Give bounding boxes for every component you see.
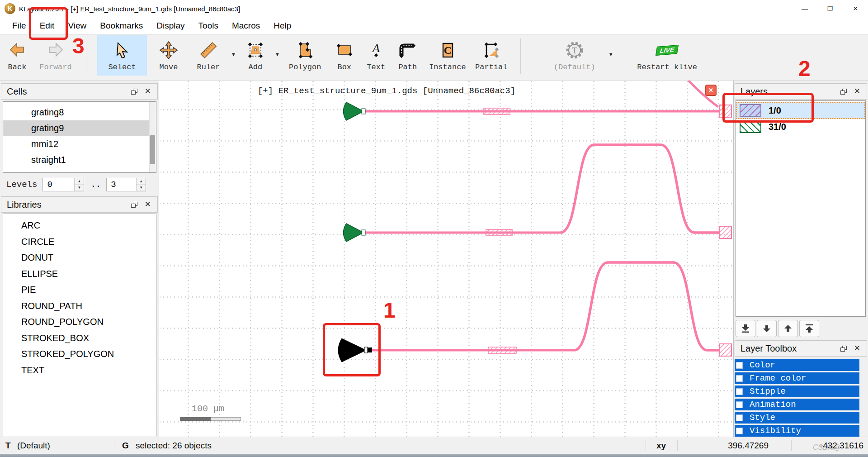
cells-scrollbar-thumb[interactable] xyxy=(150,135,155,164)
text-tool-button[interactable]: A Text xyxy=(363,35,389,76)
spinner-arrows-icon[interactable]: ▲▼ xyxy=(74,178,84,191)
section-expander-icon[interactable] xyxy=(736,428,743,434)
forward-button[interactable]: Forward xyxy=(36,35,75,76)
text-icon: A xyxy=(366,39,386,61)
technology-selector-button[interactable]: T (Default) xyxy=(545,35,604,76)
polygon-tool-button[interactable]: Polygon xyxy=(284,35,326,76)
add-dropdown-arrow-icon[interactable]: ▼ xyxy=(275,52,280,57)
close-panel-icon[interactable]: ✕ xyxy=(145,201,151,208)
restart-klive-button[interactable]: LIVE Restart klive xyxy=(633,35,701,76)
float-panel-icon[interactable] xyxy=(840,346,847,352)
scale-bar xyxy=(180,417,241,421)
grating-coupler-green-top[interactable] xyxy=(344,102,364,120)
ruler-icon xyxy=(198,39,218,61)
library-item-stroked-box[interactable]: STROKED_BOX xyxy=(3,330,156,347)
right-dock: Layers ✕ 1/0 31/0 xyxy=(733,81,868,437)
library-item-arc[interactable]: ARC xyxy=(3,218,156,234)
toolbox-section-color[interactable]: Color xyxy=(735,359,859,371)
menu-view[interactable]: View xyxy=(61,17,93,34)
float-panel-icon[interactable] xyxy=(131,202,137,208)
section-expander-icon[interactable] xyxy=(736,388,743,395)
statusbar-separator xyxy=(677,440,678,451)
layout-canvas[interactable]: [+] ER_test_structure_9um_1.gds [Unnamed… xyxy=(159,81,733,437)
layers-list: 1/0 31/0 xyxy=(736,100,866,317)
close-panel-icon[interactable]: ✕ xyxy=(854,345,860,352)
menu-bookmarks[interactable]: Bookmarks xyxy=(93,17,150,34)
layer-row-1-0[interactable]: 1/0 xyxy=(736,102,865,119)
section-expander-icon[interactable] xyxy=(736,362,743,369)
main-area: Cells ✕ grating8 grating9 mmi12 straight… xyxy=(0,81,868,437)
layer-name-31-0: 31/0 xyxy=(769,122,786,132)
library-item-round-polygon[interactable]: ROUND_POLYGON xyxy=(3,314,156,330)
menu-file[interactable]: File xyxy=(5,17,33,34)
ruler-dropdown-arrow-icon[interactable]: ▼ xyxy=(231,52,236,57)
toolbox-section-style[interactable]: Style xyxy=(735,412,859,424)
close-button[interactable]: ✕ xyxy=(843,0,868,17)
library-item-stroked-polygon[interactable]: STROKED_POLYGON xyxy=(3,346,156,362)
menu-macros[interactable]: Macros xyxy=(225,17,267,34)
canvas-close-button[interactable]: ✕ xyxy=(705,85,717,96)
move-layer-down-button[interactable] xyxy=(757,320,777,337)
cell-item-straight1[interactable]: straight1 xyxy=(3,152,156,168)
waveguide-bottom[interactable] xyxy=(338,262,731,362)
section-expander-icon[interactable] xyxy=(736,414,743,421)
close-panel-icon[interactable]: ✕ xyxy=(145,88,151,95)
close-panel-icon[interactable]: ✕ xyxy=(854,88,860,95)
section-expander-icon[interactable] xyxy=(736,375,743,382)
cell-item-grating8[interactable]: grating8 xyxy=(3,105,156,120)
library-item-circle[interactable]: CIRCLE xyxy=(3,234,156,250)
menu-tools[interactable]: Tools xyxy=(192,17,225,34)
polygon-icon xyxy=(295,39,315,61)
move-layer-up-button[interactable] xyxy=(778,320,798,337)
move-layer-to-top-button[interactable] xyxy=(799,320,819,337)
menu-display[interactable]: Display xyxy=(150,17,191,34)
toolbox-section-stipple[interactable]: Stipple xyxy=(735,386,859,397)
library-item-round-path[interactable]: ROUND_PATH xyxy=(3,298,156,314)
menu-help[interactable]: Help xyxy=(267,17,298,34)
partial-tool-button[interactable]: Partial xyxy=(473,35,509,76)
library-item-ellipse[interactable]: ELLIPSE xyxy=(3,266,156,282)
add-tool-button[interactable]: Add xyxy=(241,35,270,76)
toolbar-separator xyxy=(86,38,86,74)
layer-row-31-0[interactable]: 31/0 xyxy=(736,118,865,135)
s-bend-bottom xyxy=(574,262,720,350)
spinner-arrows-icon[interactable]: ▲▼ xyxy=(136,178,146,191)
cells-scrollbar[interactable] xyxy=(149,102,156,172)
instance-tool-button[interactable]: C Instance xyxy=(426,35,469,76)
instance-icon: C xyxy=(438,39,458,61)
waveguide-middle[interactable] xyxy=(344,145,732,242)
technology-indicator-value: (Default) xyxy=(17,437,50,454)
menu-edit[interactable]: Edit xyxy=(33,17,61,34)
back-button[interactable]: Back xyxy=(3,35,32,76)
toolbox-section-animation[interactable]: Animation xyxy=(735,399,859,410)
ruler-tool-button[interactable]: Ruler xyxy=(190,35,226,76)
library-item-text[interactable]: TEXT xyxy=(3,362,156,379)
toolbar: Back Forward Select Move Ruler xyxy=(0,34,868,81)
levels-from-spinbox[interactable]: 0 ▲▼ xyxy=(42,178,84,191)
path-tool-button[interactable]: Path xyxy=(394,35,422,76)
library-item-pie[interactable]: PIE xyxy=(3,282,156,298)
move-tool-button[interactable]: Move xyxy=(151,35,186,76)
default-dropdown-arrow-icon[interactable]: ▼ xyxy=(609,52,613,57)
layer-swatch-31-0[interactable] xyxy=(740,120,761,133)
levels-to-spinbox[interactable]: 3 ▲▼ xyxy=(106,178,146,191)
cell-item-mmi12[interactable]: mmi12 xyxy=(3,136,156,152)
grating-coupler-selected-black[interactable] xyxy=(338,338,366,362)
toolbox-section-frame-color[interactable]: Frame color xyxy=(735,372,859,384)
svg-text:C: C xyxy=(444,44,452,56)
layer-swatch-1-0[interactable] xyxy=(740,104,761,117)
library-item-donut[interactable]: DONUT xyxy=(3,250,156,266)
select-tool-button[interactable]: Select xyxy=(97,35,147,76)
float-panel-icon[interactable] xyxy=(840,89,847,95)
maximize-button[interactable]: ❐ xyxy=(817,0,843,17)
grating-coupler-green-middle[interactable] xyxy=(344,224,364,242)
coupler-body-square-bottom xyxy=(368,348,372,352)
box-tool-button[interactable]: Box xyxy=(330,35,359,76)
float-panel-icon[interactable] xyxy=(131,89,137,95)
move-layer-to-bottom-button[interactable] xyxy=(736,320,755,337)
section-expander-icon[interactable] xyxy=(736,401,743,408)
toolbox-section-visibility[interactable]: Visibility xyxy=(735,425,859,437)
cell-item-grating9[interactable]: grating9 xyxy=(3,120,156,136)
minimize-button[interactable]: — xyxy=(792,0,817,17)
watermark-text: CSDN@ xyxy=(813,443,841,452)
